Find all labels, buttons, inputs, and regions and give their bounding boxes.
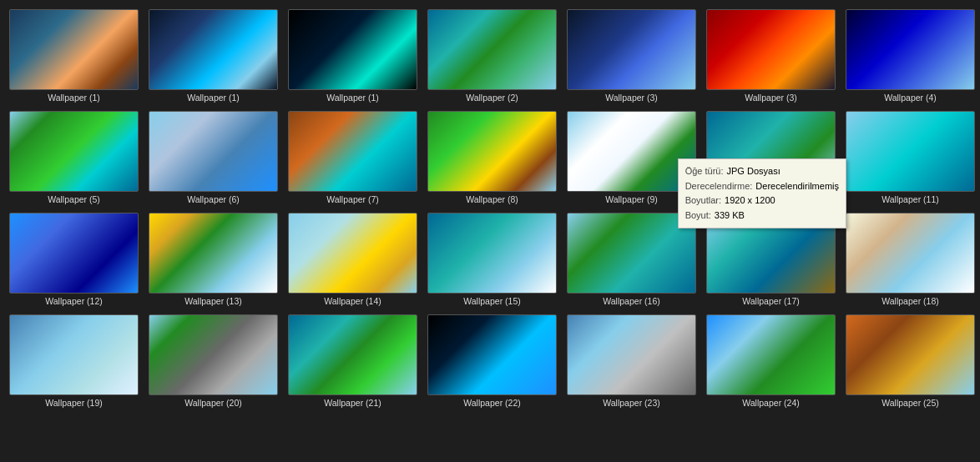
wallpaper-thumbnail — [149, 314, 278, 395]
wallpaper-thumbnail — [706, 213, 836, 294]
wallpaper-item-21[interactable]: Wallpaper (18) — [843, 210, 977, 309]
wallpaper-label: Wallpaper (9) — [605, 194, 658, 204]
wallpaper-thumbnail — [846, 213, 975, 294]
wallpaper-label: Wallpaper (6) — [187, 194, 240, 204]
wallpaper-label: Wallpaper (11) — [881, 194, 938, 204]
wallpaper-label: Wallpaper (15) — [463, 296, 520, 306]
wallpaper-thumbnail — [706, 314, 836, 395]
wallpaper-item-2[interactable]: Wallpaper (1) — [146, 7, 280, 105]
wallpaper-label: Wallpaper (25) — [881, 398, 938, 408]
wallpaper-item-14[interactable]: Wallpaper (11) — [843, 108, 977, 207]
wallpaper-item-26[interactable]: Wallpaper (23) — [564, 312, 699, 410]
wallpaper-thumbnail — [567, 314, 696, 395]
wallpaper-item-11[interactable]: Wallpaper (8) — [425, 108, 559, 207]
wallpaper-item-5[interactable]: Wallpaper (3) — [564, 7, 699, 105]
wallpaper-label: Wallpaper (18) — [881, 296, 938, 306]
wallpaper-label: Wallpaper (5) — [48, 194, 100, 204]
wallpaper-item-13[interactable]: Öğe türü: JPG Dosyası Derecelendirme: De… — [704, 108, 838, 207]
wallpaper-item-17[interactable]: Wallpaper (14) — [285, 210, 420, 309]
wallpaper-label: Wallpaper (12) — [45, 296, 102, 306]
wallpaper-thumbnail — [149, 111, 278, 192]
wallpaper-label: Wallpaper (1) — [187, 93, 240, 103]
wallpaper-label: Wallpaper (20) — [184, 398, 241, 408]
wallpaper-thumbnail — [427, 111, 557, 192]
wallpaper-thumbnail — [288, 111, 417, 192]
wallpaper-item-3[interactable]: Wallpaper (1) — [285, 7, 420, 105]
wallpaper-thumbnail — [149, 213, 278, 294]
wallpaper-item-9[interactable]: Wallpaper (6) — [146, 108, 280, 207]
wallpaper-item-23[interactable]: Wallpaper (20) — [146, 312, 280, 410]
wallpaper-item-27[interactable]: Wallpaper (24) — [704, 312, 838, 410]
wallpaper-label: Wallpaper (13) — [184, 296, 241, 306]
wallpaper-item-12[interactable]: Wallpaper (9) — [564, 108, 699, 207]
wallpaper-thumbnail — [9, 111, 139, 192]
wallpaper-item-15[interactable]: Wallpaper (12) — [7, 210, 141, 309]
wallpaper-thumbnail — [846, 111, 975, 192]
wallpaper-thumbnail — [427, 9, 557, 90]
wallpaper-label: Wallpaper (22) — [463, 398, 520, 408]
wallpaper-thumbnail — [567, 9, 696, 90]
wallpaper-label: Wallpaper (2) — [466, 93, 518, 103]
wallpaper-thumbnail — [149, 9, 278, 90]
wallpaper-item-24[interactable]: Wallpaper (21) — [285, 312, 420, 410]
wallpaper-item-8[interactable]: Wallpaper (5) — [7, 108, 141, 207]
wallpaper-label: Wallpaper (14) — [324, 296, 381, 306]
wallpaper-item-22[interactable]: Wallpaper (19) — [7, 312, 141, 410]
wallpaper-thumbnail — [9, 314, 139, 395]
wallpaper-label: Wallpaper (21) — [324, 398, 381, 408]
wallpaper-label: Wallpaper (7) — [326, 194, 379, 204]
wallpaper-thumbnail — [846, 9, 975, 90]
wallpaper-label: Wallpaper (3) — [605, 93, 658, 103]
wallpaper-label: Wallpaper (23) — [603, 398, 659, 408]
wallpaper-thumbnail — [288, 9, 417, 90]
wallpaper-thumbnail — [427, 213, 557, 294]
wallpaper-item-7[interactable]: Wallpaper (4) — [843, 7, 977, 105]
wallpaper-thumbnail — [846, 314, 975, 395]
wallpaper-item-28[interactable]: Wallpaper (25) — [843, 312, 977, 410]
wallpaper-thumbnail — [567, 213, 696, 294]
wallpaper-thumbnail — [706, 9, 836, 90]
wallpaper-thumbnail — [288, 213, 417, 294]
wallpaper-item-19[interactable]: Wallpaper (16) — [564, 210, 699, 309]
wallpaper-item-1[interactable]: Wallpaper (1) — [7, 7, 141, 105]
wallpaper-label: Wallpaper (17) — [742, 296, 799, 306]
wallpaper-item-10[interactable]: Wallpaper (7) — [285, 108, 420, 207]
wallpaper-label: Wallpaper (19) — [45, 398, 102, 408]
wallpaper-label: Wallpaper (1) — [48, 93, 100, 103]
wallpaper-label: Wallpaper (24) — [742, 398, 799, 408]
wallpaper-item-18[interactable]: Wallpaper (15) — [425, 210, 559, 309]
wallpaper-item-20[interactable]: Wallpaper (17) — [704, 210, 838, 309]
wallpaper-thumbnail — [427, 314, 557, 395]
wallpaper-label: Wallpaper (3) — [745, 93, 797, 103]
wallpaper-item-16[interactable]: Wallpaper (13) — [146, 210, 280, 309]
wallpaper-item-4[interactable]: Wallpaper (2) — [425, 7, 559, 105]
wallpaper-grid: Wallpaper (1)Wallpaper (1)Wallpaper (1)W… — [7, 7, 973, 410]
wallpaper-label: Wallpaper (4) — [884, 93, 937, 103]
wallpaper-thumbnail — [9, 213, 139, 294]
wallpaper-thumbnail — [288, 314, 417, 395]
wallpaper-thumbnail — [706, 111, 836, 192]
wallpaper-item-25[interactable]: Wallpaper (22) — [425, 312, 559, 410]
wallpaper-thumbnail — [9, 9, 139, 90]
wallpaper-label: Wallpaper (16) — [603, 296, 659, 306]
wallpaper-label: Wallpaper (10) — [742, 194, 799, 204]
wallpaper-label: Wallpaper (8) — [466, 194, 518, 204]
wallpaper-item-6[interactable]: Wallpaper (3) — [704, 7, 838, 105]
wallpaper-label: Wallpaper (1) — [326, 93, 379, 103]
wallpaper-thumbnail — [567, 111, 696, 192]
